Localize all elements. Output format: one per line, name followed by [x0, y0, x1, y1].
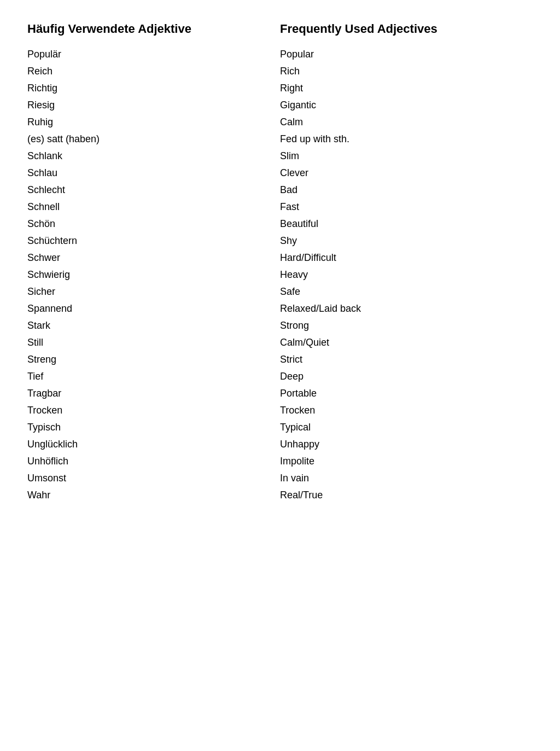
german-word: Riesig — [27, 100, 280, 111]
table-row: RiesigGigantic — [27, 97, 533, 114]
german-word: Wahr — [27, 490, 280, 501]
german-word: Populär — [27, 49, 280, 60]
english-word: Portable — [280, 388, 533, 399]
table-row: UnglücklichUnhappy — [27, 436, 533, 453]
german-word: Schlank — [27, 150, 280, 162]
german-word: Schüchtern — [27, 235, 280, 247]
table-row: TypischTypical — [27, 419, 533, 436]
table-row: SchnellFast — [27, 199, 533, 216]
english-word: Trocken — [280, 405, 533, 416]
german-word: Unhöflich — [27, 456, 280, 467]
table-row: StarkStrong — [27, 317, 533, 334]
german-word: Spannend — [27, 303, 280, 315]
german-word: Trocken — [27, 405, 280, 416]
page-container: Häufig Verwendete Adjektive Frequently U… — [27, 22, 533, 504]
english-word: Shy — [280, 235, 533, 247]
english-header: Frequently Used Adjectives — [280, 22, 533, 36]
table-row: TrockenTrocken — [27, 402, 533, 419]
table-row: SicherSafe — [27, 283, 533, 300]
english-word: Hard/Difficult — [280, 252, 533, 264]
english-word: Bad — [280, 184, 533, 196]
table-row: SpannendRelaxed/Laid back — [27, 300, 533, 317]
german-word: Richtig — [27, 83, 280, 94]
english-word: Impolite — [280, 456, 533, 467]
english-word: Calm — [280, 117, 533, 128]
german-word: Tief — [27, 371, 280, 382]
english-word: In vain — [280, 473, 533, 484]
english-word: Beautiful — [280, 218, 533, 230]
english-word: Typical — [280, 422, 533, 433]
german-word: Schnell — [27, 201, 280, 213]
english-word: Gigantic — [280, 100, 533, 111]
table-row: SchlechtBad — [27, 182, 533, 199]
english-word: Clever — [280, 167, 533, 179]
word-list: PopulärPopularReichRichRichtigRightRiesi… — [27, 46, 533, 504]
english-word: Real/True — [280, 490, 533, 501]
german-word: Streng — [27, 354, 280, 365]
table-row: SchönBeautiful — [27, 216, 533, 232]
table-row: SchwerHard/Difficult — [27, 249, 533, 266]
german-word: Schön — [27, 218, 280, 230]
english-word: Safe — [280, 286, 533, 298]
german-word: Schwer — [27, 252, 280, 264]
table-row: RichtigRight — [27, 80, 533, 97]
english-word: Fed up with sth. — [280, 133, 533, 145]
english-word: Deep — [280, 371, 533, 382]
german-word: Still — [27, 337, 280, 348]
english-word: Relaxed/Laid back — [280, 303, 533, 315]
table-row: PopulärPopular — [27, 46, 533, 63]
table-row: TiefDeep — [27, 368, 533, 385]
table-row: (es) satt (haben)Fed up with sth. — [27, 131, 533, 148]
german-word: Tragbar — [27, 388, 280, 399]
german-word: Reich — [27, 66, 280, 77]
english-word: Popular — [280, 49, 533, 60]
english-word: Fast — [280, 201, 533, 213]
german-word: Ruhig — [27, 117, 280, 128]
table-row: TragbarPortable — [27, 385, 533, 402]
table-row: StillCalm/Quiet — [27, 334, 533, 351]
english-word: Calm/Quiet — [280, 337, 533, 348]
german-word: Schwierig — [27, 269, 280, 281]
german-word: Umsonst — [27, 473, 280, 484]
table-row: ReichRich — [27, 63, 533, 80]
english-word: Strict — [280, 354, 533, 365]
german-word: Schlau — [27, 167, 280, 179]
table-row: SchwierigHeavy — [27, 266, 533, 283]
english-word: Unhappy — [280, 439, 533, 450]
english-word: Slim — [280, 150, 533, 162]
table-row: RuhigCalm — [27, 114, 533, 131]
german-word: Stark — [27, 320, 280, 331]
german-header: Häufig Verwendete Adjektive — [27, 22, 280, 36]
table-row: SchlauClever — [27, 165, 533, 182]
english-word: Heavy — [280, 269, 533, 281]
german-word: Sicher — [27, 286, 280, 298]
english-word: Rich — [280, 66, 533, 77]
german-word: Typisch — [27, 422, 280, 433]
table-row: UnhöflichImpolite — [27, 453, 533, 470]
german-word: (es) satt (haben) — [27, 133, 280, 145]
header-row: Häufig Verwendete Adjektive Frequently U… — [27, 22, 533, 36]
german-word: Schlecht — [27, 184, 280, 196]
table-row: UmsonstIn vain — [27, 470, 533, 487]
table-row: WahrReal/True — [27, 487, 533, 504]
table-row: SchlankSlim — [27, 148, 533, 165]
german-word: Unglücklich — [27, 439, 280, 450]
table-row: SchüchternShy — [27, 232, 533, 249]
english-word: Right — [280, 83, 533, 94]
english-word: Strong — [280, 320, 533, 331]
table-row: StrengStrict — [27, 351, 533, 368]
